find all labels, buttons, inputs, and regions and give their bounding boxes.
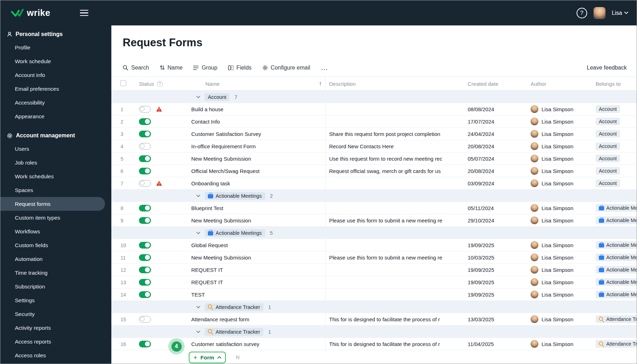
belongs-to-tag[interactable]: Account [596, 167, 620, 175]
belongs-to-tag[interactable]: Attendance Tracker [596, 315, 637, 323]
user-menu[interactable]: Lisa [612, 10, 628, 16]
group-collapse-chevron-icon[interactable] [196, 330, 200, 333]
sidebar-item-profile[interactable]: Profile [0, 41, 105, 54]
table-row[interactable]: 13 REQUEST IT 19/09/2025 Lisa Simpson Ac… [111, 276, 637, 288]
table-row[interactable]: 15 Attendance request form This for is d… [111, 313, 637, 326]
sidebar-item-custom-fields[interactable]: Custom fields [0, 238, 105, 252]
belongs-to-tag[interactable]: Account [596, 118, 620, 125]
status-toggle[interactable] [139, 106, 151, 113]
table-row[interactable]: 5 New Meeting Submission Use this reques… [111, 153, 637, 165]
user-avatar[interactable] [594, 7, 606, 19]
select-all-checkbox[interactable] [120, 80, 126, 86]
sidebar-item-settings[interactable]: Settings [0, 293, 105, 307]
sidebar-item-spaces[interactable]: Spaces [0, 183, 105, 197]
table-row[interactable]: 16 Customer satisfaction survey This for… [111, 338, 637, 350]
status-toggle[interactable] [139, 316, 151, 323]
table-row[interactable]: 7 Onboarding task 03/09/2024 Lisa Simpso… [111, 177, 637, 190]
sidebar-item-workflows[interactable]: Workflows [0, 225, 105, 238]
sidebar-item-users[interactable]: Users [0, 142, 105, 156]
sort-ascending-icon[interactable]: ↑ [319, 80, 322, 87]
belongs-to-tag[interactable]: Actionable Meetings [596, 216, 637, 224]
table-row[interactable]: 2 Contact Info 17/07/2024 Lisa Simpson A… [111, 115, 637, 128]
belongs-to-tag[interactable]: Attendance Tracker [596, 340, 637, 348]
name-column-header[interactable]: Name [205, 81, 220, 87]
sidebar-item-time-tracking[interactable]: Time tracking [0, 266, 105, 280]
sort-button[interactable]: Name [160, 65, 183, 71]
sidebar-item-access-roles[interactable]: Access roles [0, 348, 105, 362]
form-name[interactable]: New Meeting Submission [191, 217, 251, 223]
status-toggle[interactable] [139, 217, 151, 224]
form-name[interactable]: REQUEST IT [191, 267, 223, 273]
table-row[interactable]: 8 Blueprint Test 05/11/2024 Lisa Simpson… [111, 202, 637, 214]
form-name[interactable]: Customer satisfaction survey [191, 341, 259, 347]
status-toggle[interactable] [139, 180, 151, 187]
sidebar-item-work-schedules[interactable]: Work schedules [0, 169, 105, 183]
help-icon[interactable]: ? [577, 8, 587, 18]
table-row[interactable]: 10 Global Request 19/09/2025 Lisa Simpso… [111, 239, 637, 251]
sidebar-item-work-schedule[interactable]: Work schedule [0, 54, 105, 68]
sidebar-item-account-info[interactable]: Account info [0, 68, 105, 82]
status-help-icon[interactable]: ? [157, 81, 163, 87]
sidebar-item-appearance[interactable]: Appearance [0, 109, 105, 123]
group-collapse-chevron-icon[interactable] [196, 195, 200, 197]
table-row[interactable]: 12 REQUEST IT 19/09/2025 Lisa Simpson Ac… [111, 264, 637, 276]
status-toggle[interactable] [139, 205, 151, 211]
sidebar-item-job-roles[interactable]: Job roles [0, 156, 105, 169]
status-toggle[interactable] [139, 254, 151, 261]
form-name[interactable]: Official Merch/Swag Request [191, 168, 259, 174]
belongs-to-tag[interactable]: Account [596, 130, 620, 138]
sidebar-item-activity-reports[interactable]: Activity reports [0, 321, 105, 335]
belongs-to-tag[interactable]: Actionable Meetings [596, 253, 637, 261]
belongs-to-tag[interactable]: Actionable Meetings [596, 278, 637, 286]
sidebar-item-access-reports[interactable]: Access reports [0, 335, 105, 348]
form-name[interactable]: Customer Satisfaction Survey [191, 131, 261, 137]
leave-feedback-link[interactable]: Leave feedback [587, 65, 627, 71]
status-toggle[interactable] [139, 341, 151, 347]
form-name[interactable]: New Meeting Submission [191, 156, 251, 162]
form-name[interactable]: Attendance request form [191, 316, 249, 322]
group-space-pill[interactable]: Actionable Meetings [205, 192, 265, 200]
form-name[interactable]: REQUEST IT [191, 279, 223, 285]
search-button[interactable]: Search [123, 65, 149, 71]
status-toggle[interactable] [139, 242, 151, 249]
group-space-pill[interactable]: Attendance Tracker [205, 328, 263, 336]
table-row[interactable]: 14 TEST 19/09/2025 Lisa Simpson Actionab… [111, 288, 637, 301]
status-toggle[interactable] [139, 131, 151, 137]
group-space-pill[interactable]: Account [205, 93, 229, 101]
sidebar-item-accessibility[interactable]: Accessibility [0, 96, 105, 109]
status-toggle[interactable] [139, 168, 151, 174]
sidebar-item-request-forms[interactable]: Request forms [0, 197, 105, 211]
table-row[interactable]: 1 Build a house 08/08/2024 Lisa Simpson … [111, 103, 637, 115]
form-name[interactable]: Global Request [191, 242, 228, 248]
fields-button[interactable]: Fields [228, 65, 252, 71]
belongs-to-tag[interactable]: Actionable Meetings [596, 291, 637, 298]
status-toggle[interactable] [139, 155, 151, 162]
belongs-to-tag[interactable]: Account [596, 105, 620, 113]
wrike-logo[interactable]: wrike [11, 8, 50, 18]
configure-email-button[interactable]: Configure email [262, 65, 310, 71]
more-options-button[interactable]: … [321, 64, 329, 72]
table-row[interactable]: 4 In-office Requirement Form Record New … [111, 140, 637, 153]
belongs-to-tag[interactable]: Actionable Meetings [596, 266, 637, 274]
add-form-button[interactable]: + Form [189, 352, 226, 363]
form-name[interactable]: Build a house [191, 106, 223, 112]
table-row[interactable]: 6 Official Merch/Swag Request Request of… [111, 165, 637, 177]
status-toggle[interactable] [139, 143, 151, 150]
sidebar-item-custom-item-types[interactable]: Custom item types [0, 211, 105, 225]
group-space-pill[interactable]: Actionable Meetings [205, 229, 265, 237]
table-row[interactable]: 9 New Meeting Submission Please use this… [111, 214, 637, 227]
status-toggle[interactable] [139, 267, 151, 273]
table-row[interactable]: 3 Customer Satisfaction Survey Share thi… [111, 128, 637, 140]
group-space-pill[interactable]: Attendance Tracker [205, 303, 263, 311]
group-collapse-chevron-icon[interactable] [196, 232, 200, 234]
belongs-to-tag[interactable]: Actionable Meetings [596, 241, 637, 249]
sidebar-item-automation[interactable]: Automation [0, 252, 105, 266]
group-collapse-chevron-icon[interactable] [196, 306, 200, 309]
belongs-to-tag[interactable]: Account [596, 179, 620, 187]
form-name[interactable]: In-office Requirement Form [191, 143, 256, 149]
form-name[interactable]: Onboarding task [191, 180, 230, 186]
belongs-to-tag[interactable]: Account [596, 155, 620, 162]
status-toggle[interactable] [139, 118, 151, 125]
form-name[interactable]: Contact Info [191, 119, 220, 125]
table-row[interactable]: 11 New Meeting Submission Please use thi… [111, 251, 637, 264]
